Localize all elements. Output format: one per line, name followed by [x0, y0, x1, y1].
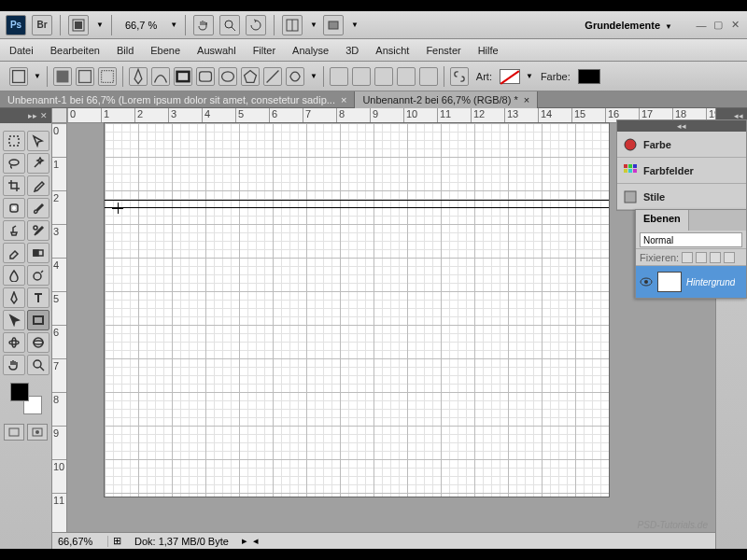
dropdown-arrow-icon[interactable]: ▼	[526, 72, 533, 80]
bridge-icon[interactable]: Br	[32, 15, 52, 35]
status-zoom[interactable]: 66,67%	[52, 536, 108, 547]
type-tool[interactable]	[27, 287, 49, 308]
combine-intersect-icon[interactable]	[397, 67, 416, 86]
custom-shape-icon[interactable]	[286, 67, 304, 86]
status-arrow-icon[interactable]: ▸	[242, 535, 247, 547]
dropdown-arrow-icon[interactable]: ▼	[170, 21, 177, 29]
lock-transparency-icon[interactable]	[682, 252, 693, 263]
magic-wand-tool[interactable]	[27, 153, 49, 174]
dropdown-arrow-icon[interactable]: ▼	[34, 72, 41, 80]
panel-collapse-icon[interactable]: ◂◂	[617, 120, 746, 132]
panel-farbe[interactable]: Farbe	[617, 132, 746, 158]
menu-analyse[interactable]: Analyse	[292, 45, 329, 56]
tab-ebenen[interactable]: Ebenen	[636, 210, 689, 231]
link-icon[interactable]	[450, 67, 469, 86]
spot-heal-tool[interactable]	[3, 198, 25, 218]
zoom-percent[interactable]: 66,7 %	[120, 18, 162, 33]
panel-stile[interactable]: Stile	[617, 184, 746, 210]
clone-stamp-tool[interactable]	[3, 220, 25, 241]
rectangle-tool[interactable]	[27, 310, 49, 330]
lock-pixels-icon[interactable]	[696, 252, 707, 263]
close-icon[interactable]: ×	[341, 94, 346, 105]
gradient-tool[interactable]	[27, 243, 49, 263]
freeform-pen-icon[interactable]	[151, 67, 170, 86]
layer-thumbnail[interactable]	[657, 272, 682, 292]
menu-bild[interactable]: Bild	[117, 45, 134, 56]
close-icon[interactable]: ×	[524, 94, 529, 105]
path-select-tool[interactable]	[3, 310, 25, 330]
ps-logo[interactable]: Ps	[6, 15, 26, 35]
lock-position-icon[interactable]	[710, 252, 721, 263]
close-button[interactable]: ✕	[728, 19, 741, 32]
zoom-tool-icon[interactable]	[219, 15, 240, 35]
menu-datei[interactable]: Datei	[9, 45, 34, 56]
document-canvas[interactable]	[105, 123, 609, 497]
shape-layers-icon[interactable]	[53, 67, 72, 86]
foreground-background-swatch[interactable]	[10, 383, 42, 414]
zoom-tool[interactable]	[27, 355, 49, 375]
pen-tool[interactable]	[3, 287, 25, 308]
line-shape-icon[interactable]	[263, 67, 282, 86]
menu-ebene[interactable]: Ebene	[150, 45, 180, 56]
move-tool[interactable]	[27, 131, 49, 151]
menu-ansicht[interactable]: Ansicht	[375, 45, 409, 56]
eyedropper-tool[interactable]	[27, 175, 49, 196]
ruler-vertical[interactable]: 01234567891011	[52, 123, 67, 534]
tool-preset-icon[interactable]	[9, 67, 28, 86]
menu-bearbeiten[interactable]: Bearbeiten	[50, 45, 100, 56]
dropdown-arrow-icon[interactable]: ▼	[351, 21, 359, 29]
menu-hilfe[interactable]: Hilfe	[478, 45, 499, 56]
3d-rotate-tool[interactable]	[3, 332, 25, 353]
screen-mode-icon[interactable]	[323, 15, 344, 35]
crop-tool[interactable]	[3, 175, 25, 196]
menu-fenster[interactable]: Fenster	[426, 45, 460, 56]
fill-pixels-icon[interactable]	[98, 67, 117, 86]
panel-farbfelder[interactable]: Farbfelder	[617, 158, 746, 184]
style-swatch[interactable]	[500, 69, 520, 84]
marquee-tool[interactable]	[3, 131, 25, 151]
document-tab[interactable]: Unbenannt-1 bei 66,7% (Lorem ipsum dolor…	[0, 91, 355, 108]
brush-tool[interactable]	[27, 198, 49, 218]
pen-icon[interactable]	[129, 67, 148, 86]
menu-3d[interactable]: 3D	[345, 45, 359, 56]
dropdown-arrow-icon[interactable]: ▼	[96, 21, 104, 29]
layer-row[interactable]: Hintergrund	[636, 266, 746, 298]
3d-orbit-tool[interactable]	[27, 332, 49, 353]
workspace-switcher[interactable]: Grundelemente ▼	[577, 18, 680, 33]
combine-subtract-icon[interactable]	[374, 67, 393, 86]
eraser-tool[interactable]	[3, 243, 25, 263]
blur-tool[interactable]	[3, 265, 25, 286]
guide-horizontal[interactable]	[105, 207, 609, 208]
document-tab[interactable]: Unbenannt-2 bei 66,7% (RGB/8) * ×	[355, 91, 538, 108]
ruler-origin[interactable]	[52, 108, 67, 123]
lasso-tool[interactable]	[3, 153, 25, 174]
combine-add-icon[interactable]	[352, 67, 371, 86]
status-icon[interactable]: ⊞	[108, 535, 125, 547]
menu-filter[interactable]: Filter	[253, 45, 275, 56]
polygon-shape-icon[interactable]	[241, 67, 260, 86]
minimize-button[interactable]: —	[695, 19, 708, 32]
hand-tool[interactable]	[3, 355, 25, 375]
menu-auswahl[interactable]: Auswahl	[197, 45, 236, 56]
foreground-color[interactable]	[10, 383, 29, 401]
hand-tool-icon[interactable]	[193, 15, 214, 35]
paths-icon[interactable]	[76, 67, 94, 86]
scroll-left-icon[interactable]: ◂	[253, 535, 259, 547]
combine-exclude-icon[interactable]	[419, 67, 438, 86]
maximize-button[interactable]: ▢	[712, 19, 725, 32]
dodge-tool[interactable]	[27, 265, 49, 286]
history-brush-tool[interactable]	[27, 220, 49, 241]
rectangle-shape-icon[interactable]	[174, 67, 192, 86]
combine-new-icon[interactable]	[330, 67, 348, 86]
panel-collapse-icon[interactable]: ▸▸ ✕	[0, 108, 51, 123]
quickmask-mode-icon[interactable]	[27, 424, 48, 441]
view-extras-icon[interactable]	[68, 15, 89, 35]
status-docinfo[interactable]: Dok: 1,37 MB/0 Byte	[125, 536, 238, 547]
ellipse-shape-icon[interactable]	[218, 67, 237, 86]
visibility-icon[interactable]	[640, 275, 653, 288]
rounded-rect-icon[interactable]	[196, 67, 215, 86]
dropdown-arrow-icon[interactable]: ▼	[310, 72, 317, 80]
color-swatch[interactable]	[578, 69, 600, 84]
standard-mode-icon[interactable]	[4, 424, 24, 441]
lock-all-icon[interactable]	[724, 252, 735, 263]
